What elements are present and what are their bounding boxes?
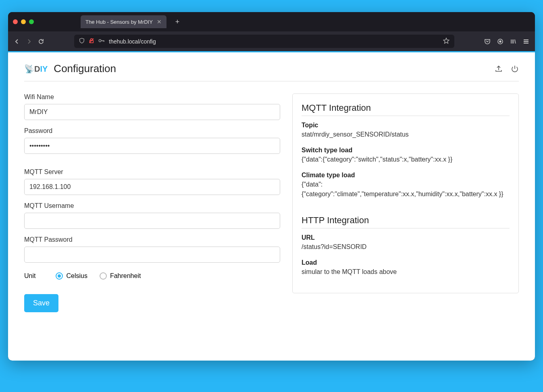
mqtt-server-input[interactable] — [24, 179, 280, 195]
page-title: Configuration — [54, 62, 116, 75]
unit-fahrenheit-label: Fahrenheit — [110, 272, 141, 280]
upload-icon[interactable] — [495, 65, 503, 73]
window-controls — [13, 19, 34, 24]
browser-toolbar: thehub.local/config — [8, 31, 535, 51]
shield-icon — [79, 38, 85, 45]
svg-line-8 — [515, 39, 516, 44]
unit-label: Unit — [24, 272, 35, 280]
radio-checked-icon — [56, 272, 63, 280]
page-header: 📡DIY Configuration — [24, 62, 519, 81]
mqtt-server-label: MQTT Server — [24, 168, 280, 176]
unit-fahrenheit-radio[interactable]: Fahrenheit — [100, 272, 141, 280]
key-icon — [98, 38, 105, 45]
browser-tab[interactable]: The Hub - Sensors by MrDIY ✕ — [81, 15, 166, 28]
mqtt-password-input[interactable] — [24, 247, 280, 263]
integration-panel: MQTT Integration Topic stat/mrdiy_sensor… — [292, 93, 519, 293]
reload-button[interactable] — [38, 38, 44, 45]
url-value: /status?id=SENSORID — [302, 242, 510, 252]
load-label: Load — [302, 259, 510, 266]
unit-celsius-radio[interactable]: Celsius — [56, 272, 87, 280]
mqtt-heading: MQTT Integration — [302, 103, 510, 116]
menu-icon[interactable] — [523, 38, 529, 45]
tab-title: The Hub - Sensors by MrDIY — [85, 19, 153, 25]
lock-insecure-icon — [89, 38, 94, 45]
back-button[interactable] — [14, 38, 20, 45]
forward-button[interactable] — [26, 38, 32, 45]
http-heading: HTTP Integration — [302, 215, 510, 228]
url-bar[interactable]: thehub.local/config — [74, 35, 454, 48]
svg-point-4 — [499, 41, 501, 42]
pocket-icon[interactable] — [484, 38, 491, 45]
wifi-name-input[interactable] — [24, 104, 280, 120]
url-text: thehub.local/config — [109, 38, 439, 45]
library-icon[interactable] — [510, 38, 516, 45]
mqtt-username-label: MQTT Username — [24, 202, 280, 209]
page-content: 📡DIY Configuration Wifi Name Passwor — [8, 51, 535, 361]
unit-celsius-label: Celsius — [66, 272, 87, 280]
logo: 📡DIY — [24, 64, 48, 74]
topic-value: stat/mrdiy_sensor_SENSORID/status — [302, 130, 510, 139]
minimize-window-button[interactable] — [21, 19, 26, 24]
svg-point-2 — [99, 39, 101, 42]
topic-label: Topic — [302, 122, 510, 129]
save-button[interactable]: Save — [24, 294, 58, 312]
climate-load-value: {"data":{"category":"climate","temperatu… — [302, 180, 510, 199]
mqtt-username-input[interactable] — [24, 213, 280, 229]
bookmark-icon[interactable] — [443, 37, 449, 45]
switch-load-value: {"data":{"category":"switch","status":x,… — [302, 155, 510, 164]
load-value: simular to the MQTT loads above — [302, 267, 510, 277]
new-tab-button[interactable]: + — [173, 18, 182, 26]
close-tab-icon[interactable]: ✕ — [157, 19, 162, 25]
config-form: Wifi Name Password MQTT Server MQTT User… — [24, 93, 280, 312]
close-window-button[interactable] — [13, 19, 18, 24]
switch-load-label: Switch type load — [302, 147, 510, 154]
browser-window: The Hub - Sensors by MrDIY ✕ + thehub.lo… — [8, 12, 535, 361]
titlebar: The Hub - Sensors by MrDIY ✕ + — [8, 12, 535, 31]
climate-load-label: Climate type load — [302, 172, 510, 179]
radio-unchecked-icon — [100, 272, 107, 280]
extension-icon[interactable] — [497, 38, 503, 45]
power-icon[interactable] — [511, 65, 519, 73]
password-label: Password — [24, 127, 280, 135]
password-input[interactable] — [24, 138, 280, 154]
maximize-window-button[interactable] — [29, 19, 34, 24]
url-label: URL — [302, 234, 510, 241]
wifi-name-label: Wifi Name — [24, 93, 280, 101]
mqtt-password-label: MQTT Password — [24, 236, 280, 243]
